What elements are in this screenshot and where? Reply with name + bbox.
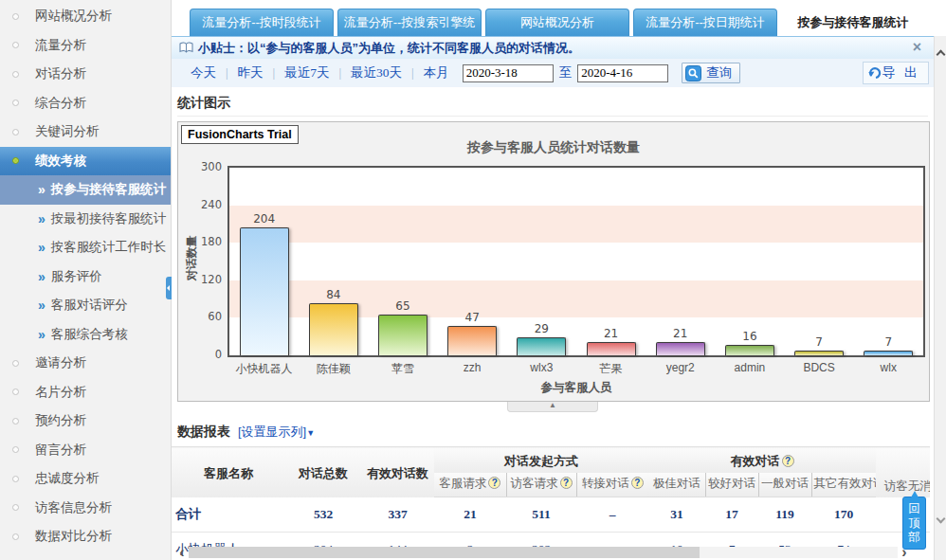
sidebar-item[interactable]: 网站概况分析: [0, 2, 171, 31]
column-header[interactable]: 有效对话数: [361, 447, 434, 497]
close-icon[interactable]: ×: [913, 39, 921, 56]
bar[interactable]: [378, 315, 428, 355]
chart-collapse-button[interactable]: ▲: [507, 402, 598, 412]
help-icon[interactable]: ?: [631, 477, 644, 489]
sidebar-item-label: 按参与接待客服统计: [51, 181, 167, 198]
sub-column-header[interactable]: 转接对话?: [576, 473, 648, 497]
bar[interactable]: [517, 337, 566, 355]
chart-title: 按参与客服人员统计对话数量: [178, 139, 929, 156]
sidebar-item[interactable]: 综合分析: [0, 89, 171, 118]
sidebar-item[interactable]: »按参与接待客服统计: [0, 175, 171, 205]
bar[interactable]: [794, 351, 844, 355]
value-cell: –: [576, 497, 648, 533]
help-icon[interactable]: ?: [560, 477, 573, 489]
sidebar-item[interactable]: »客服对话评分: [0, 291, 171, 320]
report-table: 客服名称对话总数有效对话数对话发起方式有效对话?访客无消息客服请求?访客请求?转…: [172, 446, 930, 560]
toolbar: 今天|昨天|最近7天|最近30天|本月 至 查询 导 出: [172, 59, 946, 87]
column-header[interactable]: 对话总数: [285, 447, 361, 497]
set-columns-label: [设置显示列]: [238, 425, 306, 439]
quick-range-link[interactable]: 昨天: [228, 65, 273, 80]
help-icon[interactable]: ?: [782, 455, 794, 467]
sidebar-item[interactable]: »服务评价: [0, 262, 171, 292]
bar[interactable]: [240, 227, 289, 355]
export-button-label: 导 出: [882, 64, 921, 81]
sidebar-item-label: 对话分析: [35, 65, 86, 82]
bar[interactable]: [864, 351, 913, 355]
bar[interactable]: [656, 342, 705, 355]
sub-column-header[interactable]: 访客请求?: [506, 473, 576, 497]
table-row: 合计53233721511–3117119170: [172, 497, 930, 533]
date-from-input[interactable]: [463, 64, 554, 82]
bar-column: 21: [646, 168, 715, 355]
sidebar-item[interactable]: 名片分析: [0, 378, 171, 407]
help-icon[interactable]: ?: [488, 477, 500, 489]
bar[interactable]: [309, 303, 358, 355]
back-to-top-button[interactable]: 回顶部: [902, 497, 926, 550]
tab[interactable]: 流量分析--按日期统计: [633, 9, 777, 36]
x-category-label: 陈佳颖: [299, 361, 368, 377]
bar-column: 16: [715, 168, 784, 355]
tab[interactable]: 按参与接待客服统计: [781, 9, 925, 36]
scroll-left-icon[interactable]: ‹: [175, 547, 189, 558]
report-table-wrap: 客服名称对话总数有效对话数对话发起方式有效对话?访客无消息客服请求?访客请求?转…: [172, 446, 930, 560]
vertical-scrollbar[interactable]: [934, 36, 946, 560]
sidebar-item[interactable]: 关键词分析: [0, 117, 171, 147]
bullet-icon: [12, 42, 19, 48]
x-category-label: admin: [715, 361, 784, 377]
column-header[interactable]: 客服名称: [172, 447, 285, 497]
sidebar-item-label: 客服综合考核: [51, 326, 128, 343]
bullet-icon: [12, 360, 19, 367]
date-range-to-label: 至: [559, 64, 573, 81]
bar-value-label: 21: [604, 327, 618, 340]
sidebar-item[interactable]: 留言分析: [0, 436, 171, 465]
bar[interactable]: [447, 326, 497, 355]
date-to-input[interactable]: [577, 64, 668, 82]
bar[interactable]: [725, 345, 774, 355]
sub-column-header[interactable]: 一般对话: [758, 473, 811, 497]
quick-range-link[interactable]: 本月: [414, 65, 459, 80]
horizontal-scroll-track[interactable]: [189, 547, 898, 558]
chevron-right-icon: »: [38, 298, 45, 313]
sidebar-item[interactable]: 流量分析: [0, 31, 171, 61]
sub-column-header[interactable]: 客服请求?: [434, 473, 506, 497]
y-tick-label: 300: [178, 160, 222, 173]
sidebar-item[interactable]: 访客信息分析: [0, 494, 171, 523]
sidebar-item[interactable]: 数据对比分析: [0, 522, 171, 551]
x-category-label: zzh: [438, 361, 507, 377]
query-button-label: 查询: [706, 64, 732, 81]
sub-column-header[interactable]: 其它有效对话: [811, 473, 876, 497]
tab[interactable]: 流量分析--按搜索引擎统: [337, 9, 482, 36]
tab[interactable]: 网站概况分析: [485, 9, 629, 36]
sidebar-item[interactable]: 绩效考核: [0, 147, 171, 176]
chevron-right-icon: »: [38, 240, 45, 255]
tab[interactable]: 流量分析--按时段统计: [190, 9, 334, 36]
sidebar-item[interactable]: »按客服统计工作时长: [0, 233, 171, 262]
set-columns-link[interactable]: [设置显示列]▼: [238, 424, 315, 441]
sub-column-header[interactable]: 较好对话: [705, 473, 758, 497]
scroll-down-icon[interactable]: [937, 515, 946, 524]
sub-column-header[interactable]: 极佳对话: [648, 473, 705, 497]
quick-range-link[interactable]: 今天: [181, 65, 226, 80]
query-button[interactable]: 查询: [682, 63, 740, 83]
quick-range-link[interactable]: 最近7天: [275, 65, 338, 80]
bar[interactable]: [587, 342, 636, 355]
sidebar-item[interactable]: 忠诚度分析: [0, 464, 171, 494]
horizontal-scroll-thumb[interactable]: [189, 547, 700, 558]
scroll-up-icon[interactable]: [937, 50, 946, 60]
x-category-label: 芒果: [576, 361, 646, 377]
y-tick-label: 120: [178, 273, 222, 286]
bar-value-label: 29: [535, 322, 549, 335]
dropdown-caret-icon: ▼: [306, 428, 315, 438]
x-category-label: wlx3: [507, 361, 576, 377]
sidebar-item[interactable]: »按最初接待客服统计: [0, 205, 171, 234]
export-button[interactable]: 导 出: [863, 62, 930, 84]
quick-range-link[interactable]: 最近30天: [341, 65, 411, 80]
notice-text: 小贴士：以“参与的客服人员”为单位，统计不同客服人员的对话情况。: [198, 40, 580, 57]
chevron-right-icon: »: [38, 211, 45, 226]
sidebar-item[interactable]: 邀请分析: [0, 349, 171, 378]
sidebar-item[interactable]: 预约分析: [0, 406, 171, 436]
bullet-icon: [12, 418, 19, 425]
column-header[interactable]: 访客无消息: [876, 447, 930, 497]
sidebar-item[interactable]: 对话分析: [0, 60, 171, 89]
sidebar-item[interactable]: »客服综合考核: [0, 320, 171, 350]
